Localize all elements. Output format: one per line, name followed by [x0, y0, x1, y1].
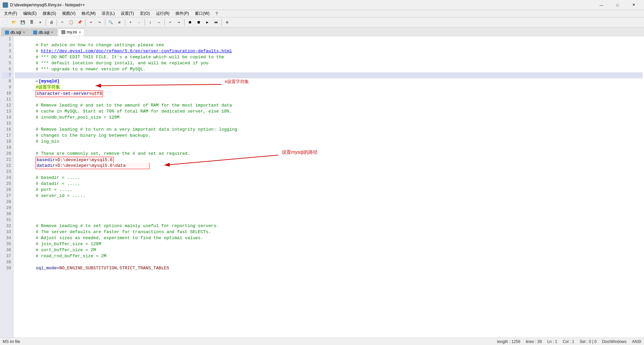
status-length: length : 1256	[497, 339, 520, 344]
menu-help[interactable]: ?	[213, 10, 221, 17]
code-val-21: D:\develeper\mysql5.6\data	[58, 163, 126, 168]
code-text-31: # Remove leading # to set options mainly…	[36, 223, 219, 228]
code-line-30	[15, 211, 643, 217]
cut-button[interactable]: ✂	[58, 18, 66, 26]
menu-plugins[interactable]: 插件(P)	[173, 10, 192, 17]
minimize-button[interactable]: —	[594, 0, 609, 10]
close-button2[interactable]: ✕	[36, 18, 44, 26]
code-text-32: # The server defaults are faster for tra…	[36, 229, 211, 234]
ln-6: 6	[2, 66, 11, 72]
code-line-28	[15, 199, 643, 205]
close-button[interactable]: ✕	[626, 0, 641, 10]
tab-db1-close[interactable]: ✕	[22, 30, 25, 34]
code-line-35: # sort_buffer_size = 2M	[15, 241, 643, 247]
ln-3: 3	[2, 48, 11, 54]
tab-db2-close[interactable]: ✕	[51, 30, 53, 34]
code-link-2[interactable]: http://dev.mysql.com/doc/refman/5.6/en/s…	[41, 49, 232, 54]
ln-24: 24	[2, 175, 11, 181]
maximize-button[interactable]: □	[610, 0, 625, 10]
ln-38: 38	[2, 259, 11, 265]
open-button[interactable]: 📂	[10, 18, 18, 26]
code-line-31: # Remove leading # to set options mainly…	[15, 217, 643, 223]
code-text-13: # innodb_buffer_pool_size = 128M	[36, 115, 119, 120]
replace-button[interactable]: ⇄	[115, 18, 123, 26]
menu-file[interactable]: 文件(F)	[1, 10, 20, 17]
toolbar-separator-1	[46, 19, 46, 26]
code-line-11: # Remove leading # and set to the amount…	[15, 96, 643, 102]
ln-15: 15	[2, 121, 11, 127]
ln-29: 29	[2, 205, 11, 211]
toolbar-separator-6	[145, 19, 145, 26]
redo-button[interactable]: ↪	[96, 18, 104, 26]
code-val-9: utf8	[92, 91, 102, 96]
menu-language[interactable]: 语言(L)	[99, 10, 117, 17]
print-button[interactable]: 🖨	[47, 18, 55, 26]
code-text-12: # cache in MySQL. Start at 70% of total …	[36, 109, 232, 114]
ln-30: 30	[2, 211, 11, 217]
code-text-19: # These are commonly set, remove the # a…	[36, 151, 190, 156]
paste-button[interactable]: 📌	[76, 18, 84, 26]
code-line-37	[15, 253, 643, 259]
menu-search[interactable]: 搜索(S)	[40, 10, 59, 17]
new-button[interactable]: 📄	[1, 18, 9, 26]
code-text-5: # *** upgrade to a newer version of MySQ…	[36, 67, 146, 72]
myini-icon	[61, 30, 65, 34]
indent-button[interactable]: ⇥	[175, 18, 183, 26]
editor-wrapper[interactable]: # For advice on how to change settings p…	[13, 36, 644, 338]
code-text-24: # datadir = .....	[36, 181, 80, 186]
status-bar: MS ini file length : 1256 lines : 39 Ln …	[0, 338, 644, 345]
menu-edit[interactable]: 编辑(E)	[20, 10, 39, 17]
record-button[interactable]: ⏺	[186, 18, 194, 26]
sync-v-button[interactable]: ↕	[146, 18, 154, 26]
ln-37: 37	[2, 253, 11, 259]
status-ln: Ln : 1	[547, 339, 557, 344]
menu-settings[interactable]: 设置(T)	[118, 10, 137, 17]
code-line-26: # server_id = .....	[15, 187, 643, 193]
ln-5: 5	[2, 60, 11, 66]
ln-26: 26	[2, 187, 11, 193]
code-val-20: D:\develeper\mysql5.6	[58, 157, 113, 162]
toolbar-separator-5	[125, 19, 125, 26]
db2-icon	[33, 30, 37, 34]
stop-button[interactable]: ⏹	[195, 18, 203, 26]
highlighted-line-9: character-set-server=utf8	[36, 90, 103, 97]
zoom-in-button[interactable]: +	[126, 18, 135, 26]
tab-db2[interactable]: db.sql ✕	[30, 28, 57, 36]
menu-format[interactable]: 格式(M)	[79, 10, 98, 17]
ln-10: 10	[2, 90, 11, 96]
save-button[interactable]: 💾	[19, 18, 27, 26]
menu-macro[interactable]: 宏(O)	[137, 10, 152, 17]
code-area[interactable]: # For advice on how to change settings p…	[13, 36, 644, 271]
ln-19: 19	[2, 145, 11, 151]
play-button[interactable]: ▶	[203, 18, 211, 26]
tab-bar: db.sql ✕ db.sql ✕ my.ini ✕	[0, 27, 644, 36]
code-line-9: character-set-server=utf8	[15, 84, 643, 90]
menu-window[interactable]: 窗口(W)	[192, 10, 212, 17]
tab-myini-close[interactable]: ✕	[78, 30, 81, 34]
ln-23: 23	[2, 169, 11, 175]
menu-run[interactable]: 运行(R)	[153, 10, 172, 17]
code-line-10	[15, 90, 643, 96]
find-button[interactable]: 🔍	[107, 18, 115, 26]
menu-view[interactable]: 视图(V)	[59, 10, 78, 17]
tab-myini[interactable]: my.ini ✕	[58, 28, 85, 36]
code-eq-38: =	[57, 266, 59, 271]
code-text-36: # read_rnd_buffer_size = 2M	[36, 254, 106, 259]
tab-db1[interactable]: db.sql ✕	[1, 28, 29, 36]
tab-myini-label: my.ini	[67, 30, 77, 34]
wrap-button[interactable]: ⏎	[166, 18, 174, 26]
code-eq-20: =	[55, 157, 58, 162]
toolbar-separator-8	[184, 19, 184, 26]
code-line-29	[15, 205, 643, 211]
fold-icon-7: ▭	[36, 79, 38, 83]
zoom-out-button[interactable]: -	[135, 18, 143, 26]
copy-button[interactable]: 📋	[67, 18, 75, 26]
run-macro-button[interactable]: ⏭	[212, 18, 220, 26]
status-filetype: MS ini file	[3, 339, 20, 344]
undo-button[interactable]: ↩	[87, 18, 95, 26]
tab-db2-label: db.sql	[39, 30, 49, 35]
save-all-button[interactable]: 🗄	[28, 18, 36, 26]
sync-h-button[interactable]: ↔	[155, 18, 163, 26]
run-script-button[interactable]: ⚙	[223, 18, 231, 26]
ln-9: 9	[2, 84, 11, 90]
